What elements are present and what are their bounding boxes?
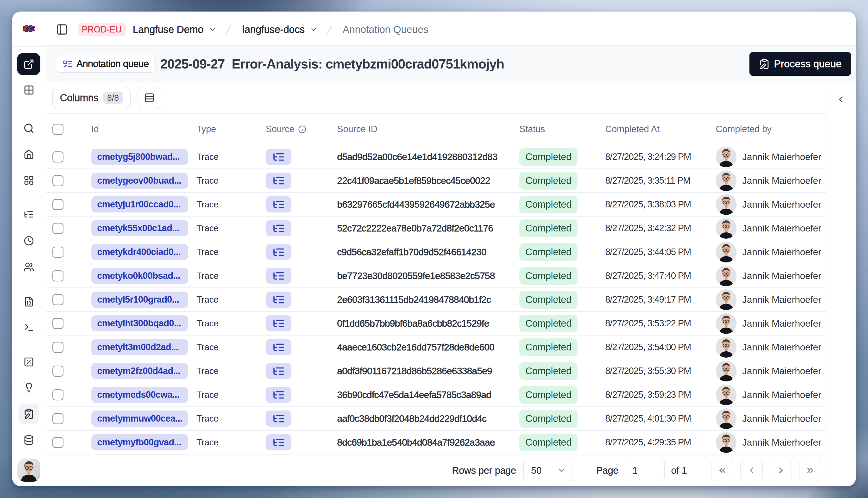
sidebar-item-goto[interactable] <box>17 53 40 75</box>
row-checkbox[interactable] <box>52 271 64 281</box>
row-source-icon[interactable] <box>266 410 292 427</box>
list-tree-icon <box>272 222 285 235</box>
row-checkbox[interactable] <box>52 294 64 305</box>
langfuse-logo-icon[interactable] <box>12 24 46 34</box>
list-tree-icon <box>272 436 285 449</box>
previous-page-button[interactable] <box>740 460 763 481</box>
chevron-left-icon <box>747 466 756 475</box>
sidebar-item-scores[interactable] <box>12 357 46 367</box>
row-id-pill[interactable]: cmetyju1r00ccad0... <box>91 196 188 212</box>
annotation-queue-badge: Annotation queue <box>56 55 156 73</box>
breadcrumb-current[interactable]: Annotation Queues <box>342 24 428 35</box>
row-source-id: 52c72c2222ea78e0b7a72d8f2e0c1176 <box>337 223 519 234</box>
select-all-checkbox[interactable] <box>52 124 64 135</box>
list-tree-icon <box>272 246 285 258</box>
environment-badge[interactable]: PROD-EU <box>78 23 126 36</box>
row-source-icon[interactable] <box>266 149 292 165</box>
column-header-source[interactable]: Source <box>266 124 337 134</box>
process-queue-button[interactable]: Process queue <box>749 52 851 76</box>
row-id-pill[interactable]: cmetyg5j800bwad... <box>91 149 188 165</box>
row-id-pill[interactable]: cmetyk55x00c1ad... <box>91 220 188 236</box>
row-type: Trace <box>196 271 266 281</box>
sidebar-item-evaluation[interactable] <box>12 382 46 393</box>
row-id-pill[interactable]: cmetymyfb00gvad... <box>91 434 188 450</box>
square-percent-icon <box>24 357 34 367</box>
row-id-pill[interactable]: cmetyl5r100grad0... <box>91 291 188 307</box>
row-completed-at: 8/27/2025, 3:59:23 PM <box>605 390 716 400</box>
row-checkbox[interactable] <box>52 223 64 234</box>
row-id-pill[interactable]: cmetymeds00cwa... <box>91 387 188 403</box>
sidebar-item-tracing[interactable] <box>12 209 46 220</box>
row-id-pill[interactable]: cmetyko0k00bsad... <box>91 268 188 284</box>
row-checkbox[interactable] <box>52 413 64 424</box>
row-source-icon[interactable] <box>266 339 292 355</box>
rows-per-page-select[interactable]: 50 <box>523 460 572 481</box>
sidebar-item-prompts[interactable] <box>12 296 46 307</box>
row-source-icon[interactable] <box>266 387 292 403</box>
sidebar-item-tables[interactable] <box>12 84 46 95</box>
column-header-completed-at[interactable]: Completed At <box>605 124 716 134</box>
row-source-icon[interactable] <box>266 315 292 331</box>
breadcrumb-project[interactable]: langfuse-docs <box>235 24 318 35</box>
row-checkbox[interactable] <box>52 342 64 353</box>
column-header-status[interactable]: Status <box>519 124 605 134</box>
row-source-icon[interactable] <box>266 434 292 450</box>
info-icon[interactable] <box>298 125 306 133</box>
row-id-pill[interactable]: cmetykdr400ciad0... <box>91 244 188 260</box>
row-checkbox[interactable] <box>52 199 64 210</box>
last-page-button[interactable] <box>799 460 821 481</box>
row-source-icon[interactable] <box>266 196 292 212</box>
row-id-pill[interactable]: cmetym2fz00d4ad... <box>91 363 188 379</box>
row-type: Trace <box>196 342 266 352</box>
row-source-icon[interactable] <box>266 220 292 236</box>
sidebar-item-users[interactable] <box>12 262 46 272</box>
row-checkbox[interactable] <box>52 152 64 162</box>
chevrons-right-icon <box>805 466 815 475</box>
column-header-type[interactable]: Type <box>196 124 266 134</box>
row-type: Trace <box>196 199 266 210</box>
sidebar-item-playground[interactable] <box>12 322 46 333</box>
row-checkbox[interactable] <box>52 389 64 401</box>
chevron-down-icon <box>310 26 318 34</box>
row-source-icon[interactable] <box>266 291 292 307</box>
row-checkbox[interactable] <box>52 247 64 258</box>
row-id-pill[interactable]: cmetylt3m00d2ad... <box>91 339 188 355</box>
row-source-icon[interactable] <box>266 268 292 284</box>
row-completed-at: 8/27/2025, 3:24:29 PM <box>605 152 716 162</box>
sidebar-item-annotation-queues-active[interactable] <box>18 404 39 424</box>
user-avatar <box>716 242 737 262</box>
row-checkbox[interactable] <box>52 318 64 329</box>
sidebar <box>12 12 46 486</box>
page-number-input[interactable]: 1 <box>625 460 665 481</box>
row-source-icon[interactable] <box>266 244 292 260</box>
first-page-button[interactable] <box>711 460 733 481</box>
row-source-icon[interactable] <box>266 363 292 379</box>
sidebar-item-search[interactable] <box>12 123 46 134</box>
row-height-button[interactable] <box>138 87 161 109</box>
top-navigation: PROD-EU Langfuse Demo langfuse-docs Anno… <box>46 12 856 46</box>
column-header-completed-by[interactable]: Completed by <box>716 124 826 134</box>
user-profile-avatar[interactable] <box>17 459 40 482</box>
table-row: cmetyg5j800bwad... Trace d5ad9d52a00c6e1… <box>46 145 826 169</box>
row-checkbox[interactable] <box>52 175 64 186</box>
column-header-id[interactable]: Id <box>91 124 196 134</box>
collapse-panel-icon[interactable] <box>836 94 846 105</box>
panel-left-icon[interactable] <box>56 23 68 36</box>
sidebar-item-datasets[interactable] <box>12 435 46 445</box>
columns-button[interactable]: Columns 8/8 <box>52 87 131 109</box>
row-id-pill[interactable]: cmetylht300bqad0... <box>91 315 188 331</box>
row-status-badge: Completed <box>519 267 578 285</box>
sidebar-item-home[interactable] <box>12 149 46 160</box>
row-id-pill[interactable]: cmetymmuw00cea... <box>91 410 188 427</box>
sidebar-item-dashboards[interactable] <box>12 175 46 185</box>
row-checkbox[interactable] <box>52 366 64 377</box>
row-checkbox[interactable] <box>52 437 64 448</box>
list-tree-icon <box>272 151 285 163</box>
row-id-pill[interactable]: cmetygeov00buad... <box>91 173 188 189</box>
next-page-button[interactable] <box>770 460 792 481</box>
sidebar-item-sessions[interactable] <box>12 236 46 246</box>
table-header-row: Id Type Source Source ID Status Complete… <box>46 113 826 145</box>
row-source-icon[interactable] <box>266 173 292 189</box>
column-header-source-id[interactable]: Source ID <box>337 124 519 134</box>
breadcrumb-org[interactable]: Langfuse Demo <box>126 24 216 35</box>
